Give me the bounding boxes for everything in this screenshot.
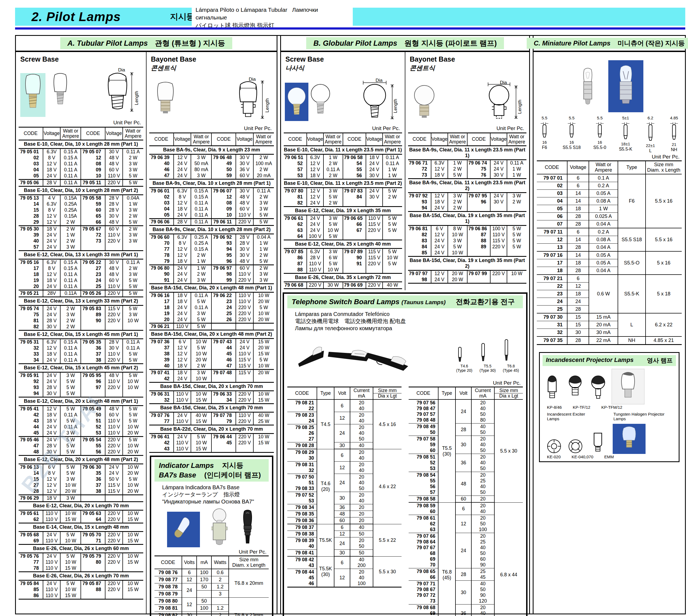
table-cell: 3 W — [507, 193, 526, 199]
table-cell: 3 W — [123, 271, 143, 278]
tubular-screw-table: CODEVoltageWatt or AmpereCODEVoltageWatt… — [19, 127, 143, 599]
telephone-type-diagrams: T4.6(Type 20)T5.5(Type 30)T6.8(Type 45) — [456, 339, 519, 373]
column-header: Voltage — [174, 133, 191, 146]
table-row: 79 07 5679 08 4779 07 5779 08 48T5.5(30)… — [409, 399, 523, 423]
table-cell: 78 — [19, 565, 43, 572]
table-row: 0312 V0.11 A0848 V3 W — [149, 200, 274, 206]
indicator-desc-ru: "Индикаторные лампы Основа BA7" — [162, 498, 269, 505]
table-cell: 220 V — [105, 516, 123, 523]
volt-cell: 30 — [455, 436, 471, 454]
tubular-dimension-diagram: Dia Length — [101, 68, 142, 118]
table-cell: 60 V — [236, 206, 253, 212]
table-cell: 24 — [81, 278, 105, 284]
table-cell: 05 — [537, 205, 567, 213]
table-cell — [211, 598, 229, 605]
table-cell: 0.11 A — [60, 351, 81, 357]
table-cell: 25 — [211, 311, 236, 317]
table-cell: 79 05 26 — [81, 290, 105, 297]
table-cell: 05 — [19, 173, 43, 180]
globular-bayonet-photo-icon — [409, 83, 439, 124]
column-header: CODE — [149, 133, 174, 146]
table-cell: 28 V — [174, 218, 191, 225]
group-caption: Base E-12, Clear, Dia. 19 x Length 35 mm — [284, 206, 402, 215]
table-cell: 43 — [149, 446, 174, 453]
table-header: CODEVoltageWatt orAmpereTypeSize mmDiam.… — [537, 161, 682, 174]
table-cell: 10 W — [123, 379, 143, 384]
table-cell: 30 V — [490, 172, 507, 179]
table-body: 79 08 7661000.6T6.8 x 20mm79 08 77121702… — [154, 569, 269, 616]
table-cell: 48 V — [236, 194, 253, 200]
table-cell: 08 — [211, 200, 236, 206]
table-cell: 24 V — [174, 271, 191, 277]
table-cell — [211, 446, 236, 453]
table-cell: 4.85 x 21 — [646, 336, 682, 345]
table-cell: 38 — [81, 488, 105, 495]
table-cell: 2 W — [60, 219, 81, 226]
table-row: 028 V0.15 A1248 V2 W — [19, 155, 143, 161]
indicator-desc-es: Lámpara Indicadora BA7s Base — [162, 484, 269, 491]
table-cell: 60 V — [236, 265, 253, 271]
table-cell: 66 — [81, 219, 105, 226]
table-row: 79 06 4124 V5 W79 06 44220 V10 W — [149, 433, 274, 440]
table-cell: 2 W — [123, 213, 143, 219]
table-row: 5318 V2 W5630 V1 W — [284, 173, 402, 179]
table-cell: 24 V — [43, 531, 61, 538]
projector-base-ke020-icon — [546, 439, 562, 454]
table-cell: 10 W — [191, 391, 211, 397]
table-cell: 6.3V — [431, 160, 448, 166]
table-cell: 3 W — [60, 312, 81, 318]
volt-cell: 36 — [334, 504, 350, 511]
table-row: 79 06 1618 V0.11 A79 06 22110 V10 W — [149, 292, 274, 299]
telephone-title-kr: 전화교환기용 전구 — [456, 298, 515, 306]
table-cell: 100 — [197, 569, 211, 576]
table-cell: 12 V — [174, 252, 191, 259]
indicator-title: Indicator Lamps — [159, 461, 214, 469]
table-cell: 1 W — [448, 160, 467, 166]
table-cell: 220 V — [236, 440, 253, 446]
table-header: CODEVoltageWatt or AmpereCODEVoltageWatt… — [19, 127, 143, 140]
table-cell — [123, 244, 143, 251]
table-cell: 6.3V — [43, 148, 61, 155]
length-label: Length — [517, 100, 522, 114]
section-divider — [529, 36, 534, 614]
section-a-header: A. Tubular Pilot Lamps관형 (튜브형 ) 지시등 — [16, 36, 277, 52]
telephone-table-left: CODETypeVoltCurrentmASize mmDia x Lgt79 … — [287, 387, 402, 588]
table-cell: 110 V — [105, 351, 123, 357]
globular-bayonet-dimension-diagram: Dia Length — [481, 81, 525, 124]
telephone-type-diagram: T6.8(Type 45) — [503, 339, 519, 373]
table-cell: 12 V — [43, 488, 61, 495]
table-body: Base E-10, Clear, Dia, 10 x Length 28 mm… — [19, 140, 143, 599]
table-cell: 24 — [567, 298, 589, 305]
table-row: 028 V0.15 A1248 V2 W — [149, 194, 274, 200]
table-cell: 3 W — [323, 188, 343, 194]
table-row: 2812 V0.15A6530 V2 W — [19, 213, 143, 219]
column-header: Type — [618, 161, 646, 174]
group-caption-row: Base E-12, Clear, Dia. 19 x Length 35 mm — [284, 206, 402, 215]
table-cell: 1 W — [589, 205, 618, 213]
table-cell: 0.1 A — [589, 174, 618, 182]
table-row: 8230 V2 W — [19, 324, 143, 330]
table-row: 8212 V10 W87110 V5 W — [408, 232, 526, 238]
table-row: 79 06 0628 V0.11 A79 06 11220 V5 W — [149, 218, 274, 225]
table-cell: 05 — [149, 212, 174, 219]
table-cell: 98 — [211, 271, 236, 277]
table-cell: 79 05 91 — [19, 372, 43, 379]
table-cell: 79 06 74 — [467, 160, 490, 166]
table-cell: 94 — [19, 391, 43, 397]
table-cell: 12 V — [307, 167, 323, 173]
table-cell: 79 06 80 — [149, 265, 174, 271]
table-cell: 36 V — [236, 167, 253, 173]
mini-diagram-length: 16 — [593, 140, 606, 145]
table-row: 9224 V5 W96110 V10 W — [19, 379, 143, 384]
table-cell: 2 W — [253, 252, 274, 259]
table-cell: 220 V — [105, 384, 123, 391]
code-cell: 79 08 38 — [287, 531, 317, 537]
column-header: mA — [197, 556, 211, 569]
table-cell: 60 — [81, 207, 105, 213]
table-cell: 5 W — [60, 464, 81, 470]
table-cell: 24 V — [174, 265, 191, 271]
table-cell: 10 W — [253, 292, 274, 299]
section-b-title: B. Globular Pilot Lamps — [313, 39, 397, 47]
table-cell: 0.11 A — [123, 339, 143, 345]
table-cell: 23 — [211, 299, 236, 305]
